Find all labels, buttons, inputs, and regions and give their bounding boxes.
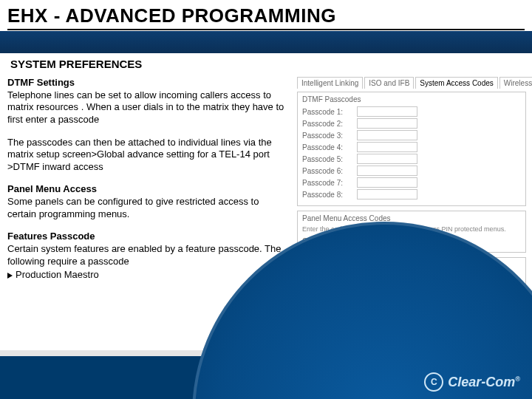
passcode-label: Passcode 8: <box>302 191 352 199</box>
dtmf-p2: The passcodes can then be attached to in… <box>7 137 288 174</box>
section-subtitle: SYSTEM PREFERENCES <box>10 58 142 70</box>
passcode-1-input[interactable] <box>357 106 417 117</box>
passcode-label: Passcode 7: <box>302 179 352 187</box>
panel-heading: Panel Menu Access <box>7 183 288 196</box>
passcode-label: Passcode 1: <box>302 108 352 116</box>
passcode-8-input[interactable] <box>357 189 417 200</box>
group-dtmf-passcodes: DTMF Passcodes Passcode 1: Passcode 2: P… <box>297 92 526 206</box>
features-heading: Features Passcode <box>7 231 288 243</box>
passcode-row-3: Passcode 3: <box>302 130 521 140</box>
registered-icon: ® <box>515 375 520 383</box>
dtmf-p1: Telephone lines can be set to allow inco… <box>7 89 284 125</box>
passcode-row-5: Passcode 5: <box>302 154 521 164</box>
passcode-label: Passcode 6: <box>302 167 352 175</box>
passcode-2-input[interactable] <box>357 118 417 129</box>
passcode-6-input[interactable] <box>357 166 417 176</box>
triangle-bullet-icon <box>7 273 13 279</box>
group-dtmf-title: DTMF Passcodes <box>302 95 521 103</box>
header-bar <box>0 31 532 53</box>
features-p1: Certain system features are enabled by a… <box>7 243 281 267</box>
passcode-row-6: Passcode 6: <box>302 166 521 176</box>
brand-logo: C Clear-Com® <box>424 372 520 392</box>
tab-wireless-beltpacks[interactable]: Wireless Beltpacks <box>499 77 532 89</box>
page-title: EHX - ADVANCED PROGRAMMING <box>0 0 532 27</box>
passcode-label: Passcode 4: <box>302 143 352 151</box>
tab-strip: Intelligent Linking ISO and IFB System A… <box>297 77 526 89</box>
tab-intelligent-linking[interactable]: Intelligent Linking <box>297 77 363 89</box>
passcode-label: Passcode 5: <box>302 155 352 163</box>
passcode-5-input[interactable] <box>357 154 417 164</box>
title-rule <box>7 29 525 30</box>
passcode-3-input[interactable] <box>357 130 417 140</box>
group-panel-title: Panel Menu Access Codes <box>302 214 521 222</box>
passcode-label: Passcode 2: <box>302 120 352 128</box>
panel-p1: Some panels can be configured to give re… <box>7 196 259 219</box>
passcode-row-4: Passcode 4: <box>302 142 521 152</box>
features-bullet-text: Production Maestro <box>16 269 99 280</box>
tab-system-access-codes[interactable]: System Access Codes <box>415 77 497 89</box>
passcode-7-input[interactable] <box>357 177 417 188</box>
passcode-row-7: Passcode 7: <box>302 177 521 188</box>
passcode-label: Passcode 3: <box>302 132 352 140</box>
passcode-4-input[interactable] <box>357 142 417 152</box>
logo-mark-icon: C <box>424 372 443 392</box>
passcode-row-2: Passcode 2: <box>302 118 521 129</box>
tab-iso-ifb[interactable]: ISO and IFB <box>364 77 414 89</box>
passcode-row-1: Passcode 1: <box>302 106 521 117</box>
dtmf-heading: DTMF Settings <box>7 77 288 89</box>
body-text: DTMF Settings Telephone lines can be set… <box>7 77 288 282</box>
passcode-row-8: Passcode 8: <box>302 189 521 200</box>
brand-name: Clear-Com <box>448 375 515 389</box>
